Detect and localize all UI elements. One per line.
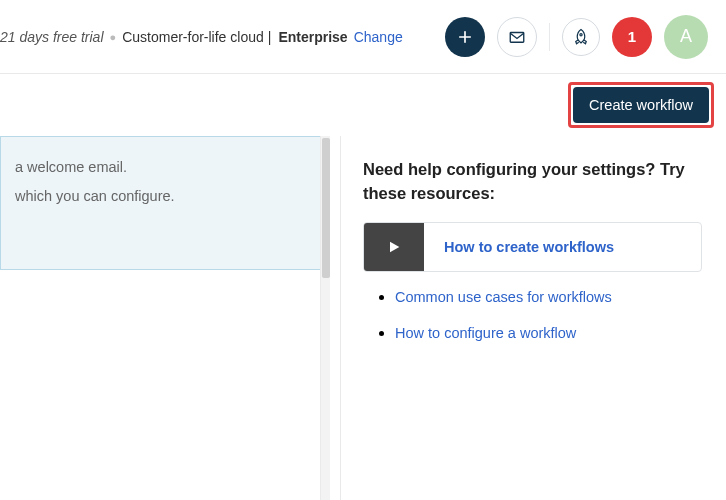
add-button[interactable] bbox=[445, 17, 485, 57]
info-panel: a welcome email. which you can configure… bbox=[0, 136, 330, 270]
svg-rect-2 bbox=[510, 32, 524, 42]
pipe-separator: | bbox=[268, 29, 272, 45]
svg-point-3 bbox=[580, 33, 582, 35]
play-icon bbox=[386, 239, 402, 255]
plan-name: Enterprise bbox=[278, 29, 347, 45]
trial-status: 21 days free trial bbox=[0, 29, 104, 45]
help-heading: Need help configuring your settings? Try… bbox=[363, 158, 702, 206]
video-resource-card[interactable]: How to create workflows bbox=[363, 222, 702, 272]
scrollbar-track[interactable] bbox=[320, 136, 330, 500]
scrollbar-thumb[interactable] bbox=[322, 138, 330, 278]
create-workflow-button[interactable]: Create workflow bbox=[573, 87, 709, 123]
highlighted-area: Create workflow bbox=[568, 82, 714, 128]
rocket-icon bbox=[572, 28, 590, 46]
notification-badge[interactable]: 1 bbox=[612, 17, 652, 57]
separator-dot: ● bbox=[110, 31, 117, 43]
envelope-icon bbox=[508, 28, 526, 46]
video-title: How to create workflows bbox=[444, 239, 614, 255]
list-item: Common use cases for workflows bbox=[395, 288, 702, 306]
info-line2: which you can configure. bbox=[15, 188, 175, 204]
cloud-name: Customer-for-life cloud bbox=[122, 29, 264, 45]
inbox-button[interactable] bbox=[497, 17, 537, 57]
help-link-use-cases[interactable]: Common use cases for workflows bbox=[395, 289, 612, 305]
help-links-list: Common use cases for workflows How to co… bbox=[363, 288, 702, 342]
info-line1: a welcome email. bbox=[15, 159, 127, 175]
change-plan-link[interactable]: Change bbox=[354, 29, 403, 45]
vertical-separator bbox=[549, 23, 550, 51]
launch-button[interactable] bbox=[562, 18, 600, 56]
plus-icon bbox=[456, 28, 474, 46]
video-thumbnail bbox=[364, 222, 424, 272]
user-avatar[interactable]: A bbox=[664, 15, 708, 59]
list-item: How to configure a workflow bbox=[395, 324, 702, 342]
help-link-configure[interactable]: How to configure a workflow bbox=[395, 325, 576, 341]
